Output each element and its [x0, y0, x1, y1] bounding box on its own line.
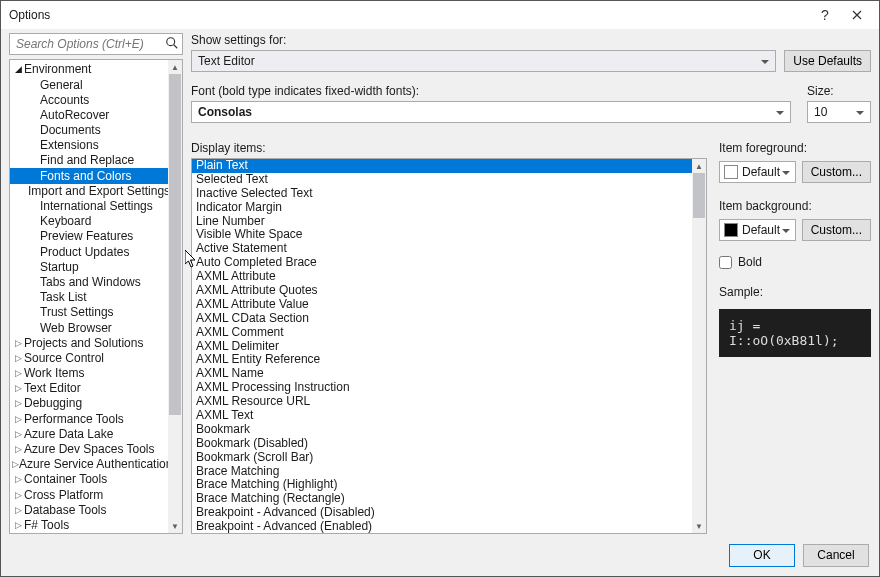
search-icon: [165, 36, 179, 50]
tree-item[interactable]: AutoRecover: [10, 108, 168, 123]
scroll-thumb[interactable]: [169, 74, 181, 415]
show-settings-for-combo[interactable]: Text Editor: [191, 50, 776, 72]
tree-section[interactable]: ▷Azure Service Authentication: [10, 457, 168, 472]
list-item[interactable]: Auto Completed Brace: [192, 256, 692, 270]
display-items-listbox[interactable]: Plain TextSelected TextInactive Selected…: [191, 158, 707, 534]
tree-item[interactable]: Product Updates: [10, 244, 168, 259]
list-item[interactable]: Inactive Selected Text: [192, 187, 692, 201]
list-item[interactable]: AXML Delimiter: [192, 340, 692, 354]
list-item[interactable]: Line Number: [192, 215, 692, 229]
size-label: Size:: [807, 84, 871, 98]
bold-label[interactable]: Bold: [738, 255, 762, 269]
tree-section[interactable]: ▷Projects and Solutions: [10, 335, 168, 350]
tree-section[interactable]: ▷Debugging: [10, 396, 168, 411]
tree-item[interactable]: Extensions: [10, 138, 168, 153]
use-defaults-button[interactable]: Use Defaults: [784, 50, 871, 72]
list-item[interactable]: Breakpoint - Advanced (Enabled): [192, 520, 692, 533]
tree-item-label: Tabs and Windows: [40, 275, 141, 290]
list-item[interactable]: Brace Matching (Highlight): [192, 478, 692, 492]
display-items-column: Display items: Plain TextSelected TextIn…: [191, 133, 707, 534]
tree-item[interactable]: Keyboard: [10, 214, 168, 229]
tree-section[interactable]: ▷Source Control: [10, 351, 168, 366]
size-combo[interactable]: 10: [807, 101, 871, 123]
tree-item[interactable]: Preview Features: [10, 229, 168, 244]
list-item[interactable]: AXML Text: [192, 409, 692, 423]
list-item[interactable]: AXML Name: [192, 367, 692, 381]
category-tree: ◢EnvironmentGeneralAccountsAutoRecoverDo…: [9, 59, 183, 534]
tree-item[interactable]: Task List: [10, 290, 168, 305]
list-item[interactable]: Bookmark (Scroll Bar): [192, 451, 692, 465]
tree-item[interactable]: International Settings: [10, 199, 168, 214]
search-input[interactable]: [9, 33, 183, 55]
scroll-down-icon[interactable]: ▼: [692, 519, 706, 533]
tree-section[interactable]: ▷Work Items: [10, 366, 168, 381]
listbox-scrollbar[interactable]: ▲ ▼: [692, 159, 706, 533]
list-item[interactable]: AXML Entity Reference: [192, 353, 692, 367]
tree-section[interactable]: ▷Database Tools: [10, 502, 168, 517]
tree-section[interactable]: ▷Container Tools: [10, 472, 168, 487]
item-foreground-combo[interactable]: Default: [719, 161, 796, 183]
tree-item[interactable]: Trust Settings: [10, 305, 168, 320]
tree-item[interactable]: Accounts: [10, 92, 168, 107]
list-item[interactable]: AXML Attribute: [192, 270, 692, 284]
list-item[interactable]: Brace Matching (Rectangle): [192, 492, 692, 506]
foreground-custom-button[interactable]: Custom...: [802, 161, 871, 183]
item-background-combo[interactable]: Default: [719, 219, 796, 241]
tree-item[interactable]: Import and Export Settings: [10, 184, 168, 199]
list-item[interactable]: Breakpoint - Advanced (Disabled): [192, 506, 692, 520]
cancel-button[interactable]: Cancel: [803, 544, 869, 567]
tree-item[interactable]: Fonts and Colors: [10, 168, 168, 183]
tree-list[interactable]: ◢EnvironmentGeneralAccountsAutoRecoverDo…: [10, 60, 168, 533]
ok-button[interactable]: OK: [729, 544, 795, 567]
list-item[interactable]: Selected Text: [192, 173, 692, 187]
tree-section[interactable]: ▷Text Editor: [10, 381, 168, 396]
tree-item[interactable]: Find and Replace: [10, 153, 168, 168]
tree-section[interactable]: ◢Environment: [10, 62, 168, 77]
tree-section[interactable]: ▷Azure Dev Spaces Tools: [10, 442, 168, 457]
help-button[interactable]: ?: [809, 2, 841, 28]
list-item[interactable]: Plain Text: [192, 159, 692, 173]
tree-scrollbar[interactable]: ▲ ▼: [168, 60, 182, 533]
tree-item-label: AutoRecover: [40, 108, 109, 123]
bold-checkbox[interactable]: [719, 256, 732, 269]
item-foreground-value: Default: [742, 165, 780, 179]
tree-section-label: Database Tools: [24, 503, 107, 518]
list-item[interactable]: AXML Resource URL: [192, 395, 692, 409]
tree-item-label: Documents: [40, 123, 101, 138]
scroll-down-icon[interactable]: ▼: [168, 519, 182, 533]
background-custom-button[interactable]: Custom...: [802, 219, 871, 241]
tree-item-label: Task List: [40, 290, 87, 305]
font-combo[interactable]: Consolas: [191, 101, 791, 123]
list-item[interactable]: Active Statement: [192, 242, 692, 256]
scroll-up-icon[interactable]: ▲: [168, 60, 182, 74]
tree-section[interactable]: ▷Azure Data Lake: [10, 427, 168, 442]
list-item[interactable]: Indicator Margin: [192, 201, 692, 215]
tree-section[interactable]: ▷Cross Platform: [10, 487, 168, 502]
tree-section[interactable]: ▷F# Tools: [10, 518, 168, 533]
list-item[interactable]: AXML Attribute Quotes: [192, 284, 692, 298]
search-wrap: [9, 33, 183, 55]
tree-section-label: F# Tools: [24, 518, 69, 533]
list-item[interactable]: Bookmark: [192, 423, 692, 437]
chevron-right-icon: ▷: [12, 427, 24, 442]
list-item[interactable]: AXML Comment: [192, 326, 692, 340]
tree-section[interactable]: ▷Performance Tools: [10, 411, 168, 426]
tree-item[interactable]: Web Browser: [10, 320, 168, 335]
list-item[interactable]: AXML Attribute Value: [192, 298, 692, 312]
close-button[interactable]: [841, 2, 873, 28]
chevron-down-icon: ◢: [12, 62, 24, 77]
list-item[interactable]: AXML Processing Instruction: [192, 381, 692, 395]
list-item[interactable]: Brace Matching: [192, 465, 692, 479]
tree-item-label: Web Browser: [40, 321, 112, 336]
tree-item[interactable]: General: [10, 77, 168, 92]
tree-item-label: Accounts: [40, 93, 89, 108]
tree-item[interactable]: Tabs and Windows: [10, 275, 168, 290]
list-item[interactable]: Visible White Space: [192, 228, 692, 242]
list-item[interactable]: AXML CData Section: [192, 312, 692, 326]
scroll-thumb[interactable]: [693, 173, 705, 218]
scroll-up-icon[interactable]: ▲: [692, 159, 706, 173]
tree-item[interactable]: Startup: [10, 259, 168, 274]
tree-item-label: Fonts and Colors: [40, 169, 131, 184]
list-item[interactable]: Bookmark (Disabled): [192, 437, 692, 451]
tree-item[interactable]: Documents: [10, 123, 168, 138]
